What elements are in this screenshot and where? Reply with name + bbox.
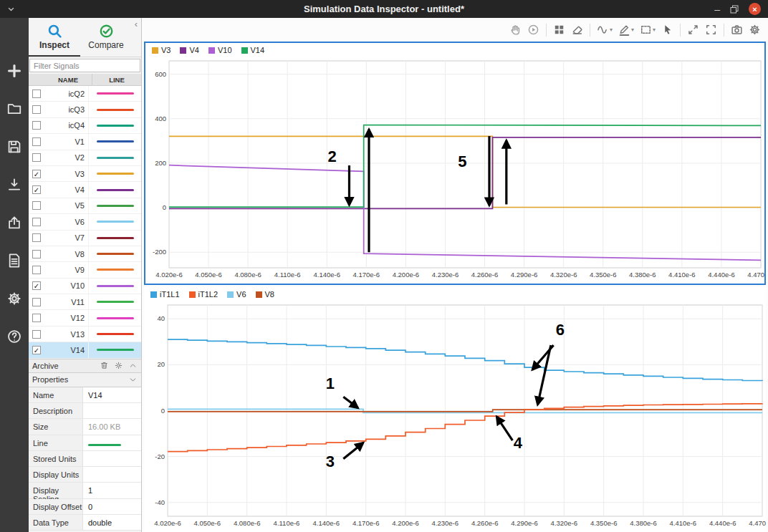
- signal-checkbox[interactable]: [32, 314, 41, 322]
- archive-collapse-chevron-icon[interactable]: [128, 361, 138, 371]
- legend-item[interactable]: V3: [152, 46, 171, 54]
- signal-line-swatch[interactable]: [88, 86, 141, 101]
- bottom-plot[interactable]: iT1L1iT1L2V6V8 4.020e-64.050e-64.080e-64…: [144, 287, 766, 532]
- signal-row[interactable]: V13: [29, 327, 141, 342]
- properties-expand-chevron-icon[interactable]: [128, 374, 138, 385]
- cursor-button[interactable]: [658, 21, 676, 39]
- signal-checkbox[interactable]: [32, 266, 41, 274]
- export-button[interactable]: [5, 214, 24, 231]
- property-value[interactable]: 16.00 KB: [83, 419, 141, 434]
- signal-line-swatch[interactable]: [88, 246, 141, 261]
- signal-checkbox[interactable]: ✓: [32, 185, 41, 194]
- property-value[interactable]: [83, 467, 141, 482]
- add-button[interactable]: [5, 62, 24, 79]
- signal-row[interactable]: V6: [29, 214, 141, 230]
- signal-row[interactable]: icQ3: [29, 102, 141, 117]
- signal-row[interactable]: V8: [29, 246, 141, 262]
- signal-line-swatch[interactable]: [88, 262, 141, 277]
- signal-checkbox[interactable]: [32, 233, 41, 242]
- property-value[interactable]: V14: [83, 387, 141, 402]
- signal-checkbox[interactable]: [32, 153, 41, 162]
- legend-item[interactable]: iT1L2: [189, 290, 219, 299]
- signal-checkbox[interactable]: [32, 121, 41, 130]
- archive-settings-gear-icon[interactable]: [113, 361, 123, 371]
- eraser-button[interactable]: [568, 21, 586, 39]
- line-color-button[interactable]: ▾: [615, 21, 637, 39]
- help-button[interactable]: [5, 328, 24, 345]
- property-value[interactable]: double: [83, 515, 141, 530]
- signal-line-swatch[interactable]: [88, 310, 141, 325]
- legend-item[interactable]: V6: [227, 290, 246, 299]
- property-value[interactable]: [83, 435, 141, 450]
- signal-row[interactable]: V5: [29, 198, 141, 214]
- signal-checkbox[interactable]: [32, 90, 41, 98]
- signal-row[interactable]: V11: [29, 294, 141, 310]
- signal-row[interactable]: icQ4: [29, 118, 141, 134]
- signal-line-swatch[interactable]: [88, 214, 141, 229]
- archive-bar[interactable]: Archive: [29, 359, 141, 373]
- signal-line-swatch[interactable]: [88, 231, 141, 246]
- properties-bar[interactable]: Properties: [29, 373, 141, 387]
- save-button[interactable]: [5, 138, 24, 155]
- signal-line-swatch[interactable]: [88, 182, 141, 197]
- open-button[interactable]: [5, 100, 24, 117]
- signal-style-button[interactable]: ▾: [594, 21, 615, 39]
- legend-item[interactable]: V10: [208, 46, 232, 54]
- signal-row[interactable]: ✓V10: [29, 279, 141, 294]
- tab-compare[interactable]: Compare: [80, 18, 132, 57]
- import-button[interactable]: [5, 176, 24, 193]
- filter-signals-input[interactable]: [29, 59, 140, 72]
- signal-checkbox[interactable]: [32, 298, 41, 306]
- signal-checkbox[interactable]: ✓: [32, 281, 41, 290]
- zoom-region-button[interactable]: ▾: [637, 21, 658, 39]
- signal-line-swatch[interactable]: [88, 198, 141, 213]
- signal-line-swatch[interactable]: [88, 134, 141, 149]
- collapse-panel-icon[interactable]: ‹: [135, 19, 138, 29]
- signal-row[interactable]: icQ2: [29, 86, 141, 102]
- signal-line-swatch[interactable]: [88, 118, 141, 133]
- signal-line-swatch[interactable]: [88, 279, 141, 294]
- signal-line-swatch[interactable]: [88, 102, 141, 117]
- tab-inspect[interactable]: Inspect: [29, 18, 80, 57]
- signal-checkbox[interactable]: ✓: [32, 170, 41, 178]
- signal-checkbox[interactable]: ✓: [32, 346, 41, 354]
- legend-item[interactable]: V4: [180, 46, 198, 54]
- replay-button[interactable]: [524, 21, 542, 39]
- top-plot[interactable]: V3V4V10V14 4.020e-64.050e-64.080e-64.110…: [144, 42, 766, 285]
- signal-row[interactable]: V1: [29, 134, 141, 150]
- report-button[interactable]: [5, 252, 24, 269]
- signal-checkbox[interactable]: [32, 218, 41, 226]
- signal-checkbox[interactable]: [32, 330, 41, 339]
- signal-line-swatch[interactable]: [88, 166, 141, 181]
- signal-row[interactable]: ✓V4: [29, 182, 141, 198]
- signal-row[interactable]: ✓V3: [29, 166, 141, 182]
- signal-row[interactable]: V12: [29, 310, 141, 326]
- fullscreen-button[interactable]: [702, 21, 720, 39]
- signal-line-swatch[interactable]: [88, 150, 141, 165]
- legend-item[interactable]: iT1L1: [150, 290, 180, 299]
- legend-item[interactable]: V8: [256, 290, 274, 299]
- trash-icon[interactable]: [99, 361, 109, 371]
- minimize-button[interactable]: –: [714, 6, 720, 13]
- property-value[interactable]: 1: [83, 483, 141, 498]
- signal-line-swatch[interactable]: [88, 294, 141, 309]
- window-menu-chevron-icon[interactable]: [0, 6, 21, 12]
- bottom-plot-chart[interactable]: 4.020e-64.050e-64.080e-64.110e-64.140e-6…: [144, 301, 766, 531]
- signal-row[interactable]: V7: [29, 231, 141, 246]
- close-button[interactable]: ×: [749, 3, 761, 15]
- layout-button[interactable]: [550, 21, 568, 39]
- signal-line-swatch[interactable]: [88, 342, 141, 357]
- restore-button[interactable]: [730, 5, 739, 14]
- preferences-button[interactable]: [5, 290, 24, 307]
- top-plot-chart[interactable]: 4.020e-64.050e-64.080e-64.110e-64.140e-6…: [145, 57, 764, 282]
- snapshot-button[interactable]: [728, 21, 746, 39]
- signal-checkbox[interactable]: [32, 105, 41, 114]
- property-value[interactable]: [83, 451, 141, 466]
- fit-view-button[interactable]: [684, 21, 702, 39]
- signal-line-swatch[interactable]: [88, 327, 141, 342]
- signal-checkbox[interactable]: [32, 250, 41, 258]
- pan-button[interactable]: [507, 21, 524, 39]
- signal-checkbox[interactable]: [32, 137, 41, 146]
- signal-row[interactable]: ✓V14: [29, 342, 141, 358]
- signal-row[interactable]: V9: [29, 262, 141, 278]
